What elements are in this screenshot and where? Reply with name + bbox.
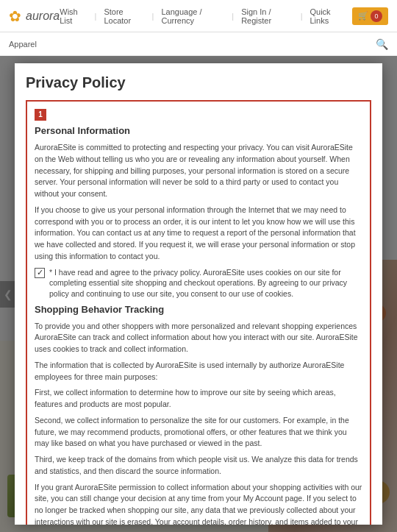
personal-info-para-2: If you choose to give us your personal i… xyxy=(35,205,362,263)
personal-information-section: 1 Personal Information AuroraESite is co… xyxy=(26,100,371,525)
cart-button[interactable]: 🛒 0 xyxy=(352,7,388,25)
nav-wish-list[interactable]: Wish List xyxy=(60,7,87,25)
cart-count: 0 xyxy=(371,10,382,22)
logo-icon: ✿ xyxy=(9,7,21,25)
modal-title: Privacy Policy xyxy=(26,74,371,91)
sub-nav: Apparel xyxy=(9,40,37,49)
logo[interactable]: ✿ aurora xyxy=(9,7,60,25)
privacy-policy-modal: Privacy Policy 1 Personal Information Au… xyxy=(15,63,382,525)
nav-quick-links[interactable]: Quick Links xyxy=(310,7,346,25)
header-nav: Wish List | Store Locator | Language / C… xyxy=(60,7,388,25)
logo-text: aurora xyxy=(26,10,60,23)
tracking-para-4: Second, we collect information to person… xyxy=(35,415,362,450)
personal-info-para-1: AuroraESite is committed to protecting a… xyxy=(35,142,362,200)
nav-language[interactable]: Language / Currency xyxy=(161,7,224,25)
sub-header: Apparel 🔍 xyxy=(0,32,397,56)
tracking-para-2: The information that is collected by Aur… xyxy=(35,360,362,383)
tracking-para-5: Third, we keep track of the domains from… xyxy=(35,454,362,478)
shopping-behavior-heading: Shopping Behavior Tracking xyxy=(35,304,362,315)
checkmark-icon: ✓ xyxy=(37,268,43,277)
personal-info-heading: Personal Information xyxy=(35,125,362,136)
nav-sign-in[interactable]: Sign In / Register xyxy=(241,7,293,25)
main-area: BRIGHT IDEAS Bring summer into your spac… xyxy=(0,56,397,532)
tracking-para-6: If you grant AuroraESite permission to c… xyxy=(35,482,362,525)
tracking-para-3: First, we collect information to determi… xyxy=(35,387,362,411)
privacy-checkbox-label: * I have read and agree to the privacy p… xyxy=(49,267,362,299)
sub-nav-apparel[interactable]: Apparel xyxy=(9,40,37,49)
privacy-agree-row: ✓ * I have read and agree to the privacy… xyxy=(35,267,362,299)
search-button[interactable]: 🔍 xyxy=(376,38,388,50)
tracking-para-1: To provide you and other shoppers with m… xyxy=(35,321,362,355)
section-1-number: 1 xyxy=(35,109,46,121)
header: ✿ aurora Wish List | Store Locator | Lan… xyxy=(0,0,397,32)
nav-store-locator[interactable]: Store Locator xyxy=(104,7,144,25)
privacy-checkbox[interactable]: ✓ xyxy=(35,268,45,278)
